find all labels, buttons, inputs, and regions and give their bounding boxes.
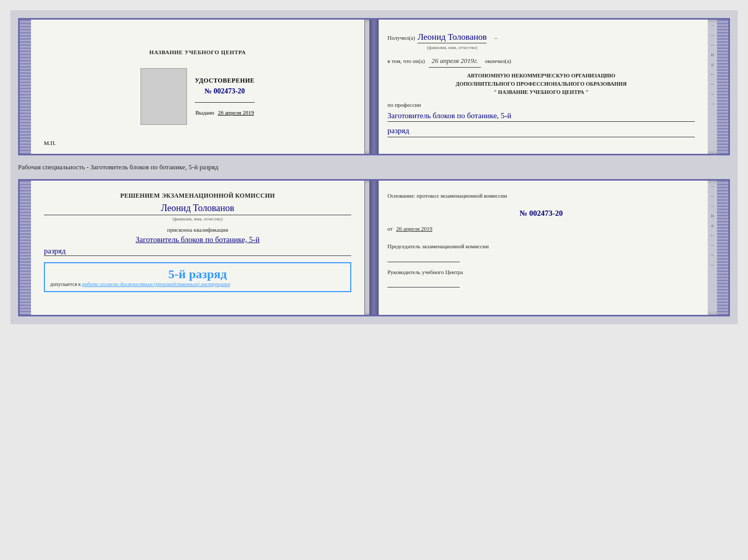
recipient-line: Получил(а) Леонид Толованов (фамилия, им… — [387, 30, 695, 52]
bottom-document-book: Решением экзаменационной комиссии Леонид… — [18, 179, 730, 316]
recipient-name-block: Леонид Толованов (фамилия, имя, отчество… — [417, 30, 487, 52]
qualification-profession: Заготовитель блоков по ботанике, 5-й — [44, 234, 351, 245]
name-subtitle: (фамилия, имя, отчество) — [417, 44, 487, 51]
issued-date: Выдано 26 апреля 2019 — [195, 109, 254, 116]
specialty-text: Рабочая специальность - Заготовитель бло… — [18, 161, 730, 174]
stamp-admission: допускается к работе согласно должностны… — [50, 281, 345, 287]
date-value: 26 апреля 2019г. — [429, 56, 480, 68]
director-block: Руководитель учебного Центра — [387, 267, 695, 288]
top-right-page: Получил(а) Леонид Толованов (фамилия, им… — [375, 20, 708, 154]
top-document-book: НАЗВАНИЕ УЧЕБНОГО ЦЕНТРА УДОСТОВЕРЕНИЕ №… — [18, 18, 730, 155]
recipient-name: Леонид Толованов — [417, 32, 487, 43]
basis-title: Основание: протокол экзаменационной коми… — [387, 191, 695, 201]
org-block: АВТОНОМНУЮ НЕКОММЕРЧЕСКУЮ ОРГАНИЗАЦИЮ ДО… — [387, 72, 695, 96]
qualification-text: присвоена квалификация — [44, 227, 351, 233]
org-name-top-left: НАЗВАНИЕ УЧЕБНОГО ЦЕНТРА — [149, 49, 246, 55]
cert-number: № 002473-20 — [205, 87, 245, 95]
divider-line — [195, 102, 255, 103]
chairman-block: Председатель экзаменационной комиссии — [387, 242, 695, 262]
page-container: НАЗВАНИЕ УЧЕБНОГО ЦЕНТРА УДОСТОВЕРЕНИЕ №… — [10, 10, 738, 324]
mp-label: М.П. — [44, 140, 56, 146]
cert-info: УДОСТОВЕРЕНИЕ № 002473-20 Выдано 26 апре… — [195, 77, 255, 116]
book-edge-right-bottom — [717, 181, 728, 315]
bottom-left-page: Решением экзаменационной комиссии Леонид… — [31, 181, 365, 315]
left-bottom-row: УДОСТОВЕРЕНИЕ № 002473-20 Выдано 26 апре… — [141, 68, 255, 125]
protocol-date-value: 26 апреля 2019 — [396, 226, 432, 232]
director-sig-line — [387, 287, 460, 287]
top-left-page: НАЗВАНИЕ УЧЕБНОГО ЦЕНТРА УДОСТОВЕРЕНИЕ №… — [31, 20, 365, 154]
stamp-rank-big: 5-й разряд — [50, 267, 345, 281]
commission-name-sub: (фамилия, имя, отчество) — [44, 216, 351, 221]
book-edge-right-top — [717, 20, 728, 154]
chairman-label: Председатель экзаменационной комиссии — [387, 242, 695, 251]
qualification-rank: разряд — [44, 247, 351, 256]
right-side-dashes-top: – – – и а ← – – – — [708, 20, 717, 154]
director-label: Руководитель учебного Центра — [387, 267, 695, 277]
right-side-dashes-bottom: – – – и а ← – – – — [708, 181, 717, 315]
protocol-number: № 002473-20 — [387, 207, 695, 220]
photo-placeholder — [141, 68, 187, 125]
stamp-box: 5-й разряд допускается к работе согласно… — [44, 262, 351, 292]
book-edge-left-bottom — [20, 181, 31, 315]
book-edge-left-top — [20, 20, 31, 154]
commission-name: Леонид Толованов — [44, 203, 351, 215]
rank-value: разряд — [387, 124, 695, 137]
profession-value: Заготовитель блоков по ботанике, 5-й — [387, 111, 695, 122]
book-spine-bottom — [369, 181, 379, 315]
book-spine-top — [369, 20, 379, 154]
commission-title: Решением экзаменационной комиссии — [44, 191, 351, 200]
date-line: в том, что он(а) 26 апреля 2019г. окончи… — [387, 56, 695, 68]
profession-block: по профессии Заготовитель блоков по бота… — [387, 101, 695, 137]
cert-title: УДОСТОВЕРЕНИЕ — [195, 77, 255, 85]
chairman-sig-line — [387, 262, 460, 262]
protocol-date: от 26 апреля 2019 — [387, 224, 695, 234]
bottom-right-page: Основание: протокол экзаменационной коми… — [375, 181, 708, 315]
